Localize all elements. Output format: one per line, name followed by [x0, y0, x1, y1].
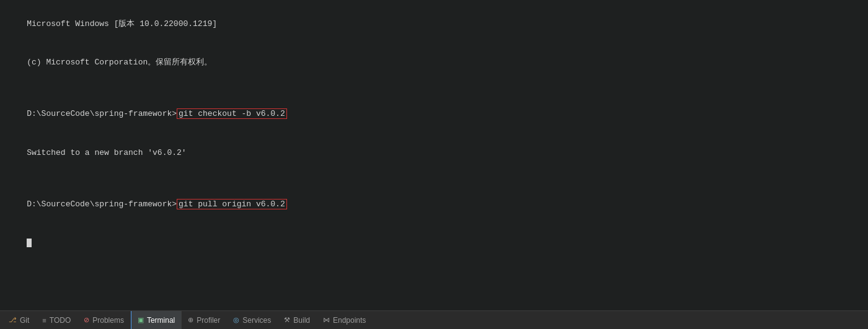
- endpoints-icon: ⋈: [323, 316, 330, 324]
- tab-endpoints-label: Endpoints: [333, 316, 366, 325]
- tab-problems[interactable]: ⊘ Problems: [78, 311, 131, 329]
- terminal-area[interactable]: Microsoft Windows [版本 10.0.22000.1219] (…: [0, 0, 868, 310]
- terminal-blank-2: [7, 172, 861, 185]
- command-highlight-1: git checkout -b v6.0.2: [177, 108, 287, 119]
- tab-git[interactable]: ⎇ Git: [2, 311, 36, 329]
- terminal-command-1: D:\SourceCode\spring-framework>git check…: [7, 95, 861, 134]
- terminal-line-2: (c) Microsoft Corporation。保留所有权利。: [7, 43, 861, 82]
- tab-services[interactable]: ◎ Services: [227, 311, 278, 329]
- profiler-icon: ⊕: [188, 316, 193, 324]
- todo-icon: ≡: [42, 317, 46, 324]
- tab-git-label: Git: [20, 316, 29, 325]
- terminal-line-1: Microsoft Windows [版本 10.0.22000.1219]: [7, 5, 861, 43]
- services-icon: ◎: [233, 316, 239, 324]
- tab-terminal-label: Terminal: [147, 316, 175, 325]
- terminal-icon: ▣: [138, 316, 144, 324]
- terminal-line-4: Switched to a new branch 'v6.0.2': [7, 134, 861, 172]
- build-icon: ⚒: [284, 316, 290, 324]
- tab-profiler-label: Profiler: [197, 316, 220, 325]
- tab-todo[interactable]: ≡ TODO: [36, 311, 78, 329]
- problems-icon: ⊘: [84, 316, 89, 324]
- tab-todo-label: TODO: [50, 316, 71, 325]
- terminal-blank-1: [7, 82, 861, 95]
- bottom-bar: ⎇ Git ≡ TODO ⊘ Problems ▣ Terminal ⊕ Pro…: [0, 310, 868, 329]
- tab-endpoints[interactable]: ⋈ Endpoints: [317, 311, 373, 329]
- prompt-1: D:\SourceCode\spring-framework>: [27, 109, 177, 118]
- command-highlight-2: git pull origin v6.0.2: [177, 199, 287, 209]
- tab-terminal[interactable]: ▣ Terminal: [131, 311, 182, 329]
- tab-profiler[interactable]: ⊕ Profiler: [182, 311, 227, 329]
- tab-problems-label: Problems: [92, 316, 124, 325]
- git-icon: ⎇: [9, 316, 17, 324]
- cursor: [27, 239, 32, 247]
- terminal-command-2: D:\SourceCode\spring-framework>git pull …: [7, 185, 861, 224]
- tab-build[interactable]: ⚒ Build: [278, 311, 317, 329]
- tab-services-label: Services: [242, 316, 271, 325]
- prompt-2: D:\SourceCode\spring-framework>: [27, 200, 177, 209]
- terminal-cursor-line: [7, 224, 861, 263]
- tab-build-label: Build: [293, 316, 310, 325]
